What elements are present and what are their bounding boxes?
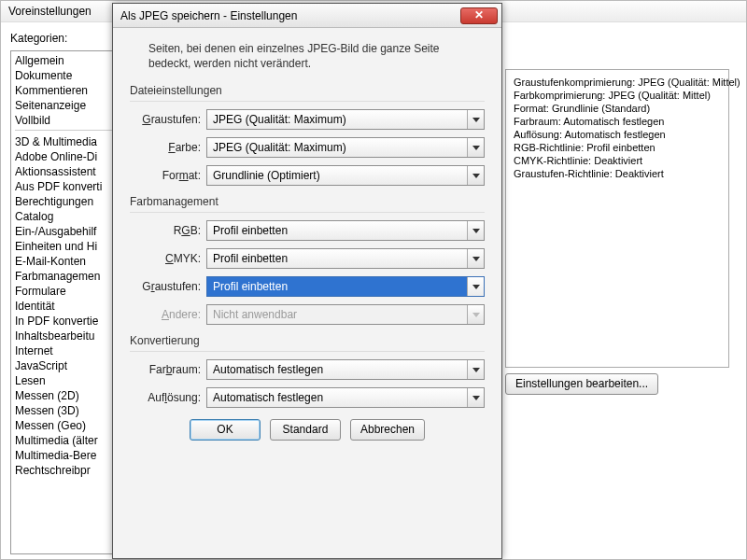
list-item[interactable]: Farbmanagemen bbox=[11, 269, 125, 284]
summary-line: Graustufen-Richtlinie: Deaktiviert bbox=[514, 167, 721, 180]
graustufen2-combo[interactable]: Profil einbetten bbox=[206, 276, 485, 297]
summary-line: Farbraum: Automatisch festlegen bbox=[514, 115, 721, 128]
list-item[interactable]: Seitenanzeige bbox=[11, 98, 125, 113]
close-icon: ✕ bbox=[474, 8, 484, 21]
summary-line: Farbkomprimierung: JPEG (Qualität: Mitte… bbox=[514, 89, 721, 102]
andere-combo: Nicht anwendbar bbox=[206, 304, 485, 325]
list-item[interactable]: Multimedia (älter bbox=[11, 433, 125, 448]
categories-label: Kategorien: bbox=[10, 32, 126, 45]
list-item[interactable]: In PDF konvertie bbox=[11, 314, 125, 329]
list-item[interactable]: Internet bbox=[11, 343, 125, 358]
list-item[interactable]: Multimedia-Bere bbox=[11, 448, 125, 463]
list-item[interactable]: Messen (3D) bbox=[11, 403, 125, 418]
list-item[interactable]: Allgemein bbox=[11, 53, 125, 68]
summary-line: CMYK-Richtlinie: Deaktiviert bbox=[514, 154, 721, 167]
cmyk-combo[interactable]: Profil einbetten bbox=[206, 248, 485, 269]
jpeg-settings-dialog: Als JPEG speichern - Einstellungen ✕ Sei… bbox=[112, 3, 502, 559]
color-management-title: Farbmanagement bbox=[130, 195, 485, 208]
cancel-button[interactable]: Abbrechen bbox=[350, 419, 425, 441]
list-item[interactable]: Inhaltsbearbeitu bbox=[11, 329, 125, 343]
farbraum-label: Farbraum: bbox=[130, 363, 206, 376]
summary-line: RGB-Richtlinie: Profil einbetten bbox=[514, 141, 721, 154]
list-item[interactable]: Dokumente bbox=[11, 68, 125, 83]
rgb-combo[interactable]: Profil einbetten bbox=[206, 220, 485, 241]
list-item[interactable]: Messen (Geo) bbox=[11, 418, 125, 433]
chevron-down-icon bbox=[467, 388, 484, 407]
list-item[interactable]: Rechtschreibpr bbox=[11, 463, 125, 478]
close-button[interactable]: ✕ bbox=[460, 7, 498, 24]
list-item[interactable]: Messen (2D) bbox=[11, 388, 125, 403]
list-item[interactable]: Identität bbox=[11, 299, 125, 314]
list-item[interactable]: Formulare bbox=[11, 284, 125, 299]
list-item[interactable]: 3D & Multimedia bbox=[11, 134, 125, 149]
summary-line: Format: Grundlinie (Standard) bbox=[514, 102, 721, 115]
chevron-down-icon bbox=[467, 277, 484, 296]
list-item[interactable]: Adobe Online-Di bbox=[11, 149, 125, 164]
list-item[interactable]: Aktionsassistent bbox=[11, 164, 125, 179]
format-combo[interactable]: Grundlinie (Optimiert) bbox=[206, 165, 485, 186]
graustufen-combo[interactable]: JPEG (Qualität: Maximum) bbox=[206, 109, 485, 130]
edit-settings-button[interactable]: Einstellungen bearbeiten... bbox=[505, 373, 658, 395]
farbe-label: Farbe: bbox=[130, 141, 206, 154]
list-item[interactable]: Berechtigungen bbox=[11, 194, 125, 209]
file-settings-title: Dateieinstellungen bbox=[130, 84, 485, 97]
chevron-down-icon bbox=[467, 249, 484, 268]
ok-button[interactable]: OK bbox=[190, 419, 261, 441]
dialog-button-row: OK Standard Abbrechen bbox=[130, 419, 485, 441]
list-item[interactable]: Ein-/Ausgabehilf bbox=[11, 224, 125, 239]
dialog-titlebar[interactable]: Als JPEG speichern - Einstellungen ✕ bbox=[113, 4, 501, 28]
rgb-label: RGB: bbox=[130, 224, 206, 237]
list-item[interactable]: Aus PDF konverti bbox=[11, 179, 125, 194]
list-item[interactable]: Kommentieren bbox=[11, 83, 125, 98]
chevron-down-icon bbox=[467, 138, 484, 157]
list-item[interactable]: Vollbild bbox=[11, 113, 125, 128]
list-item[interactable]: JavaScript bbox=[11, 358, 125, 373]
chevron-down-icon bbox=[467, 110, 484, 129]
color-management-group: Farbmanagement RGB: Profil einbetten CMY… bbox=[130, 195, 485, 325]
chevron-down-icon bbox=[467, 360, 484, 379]
graustufen-label: Graustufen: bbox=[130, 113, 206, 126]
cmyk-label: CMYK: bbox=[130, 252, 206, 265]
list-item[interactable]: E-Mail-Konten bbox=[11, 254, 125, 269]
summary-line: Auflösung: Automatisch festlegen bbox=[514, 128, 721, 141]
dialog-intro-text: Seiten, bei denen ein einzelnes JPEG-Bil… bbox=[148, 41, 466, 71]
list-separator bbox=[15, 130, 121, 133]
chevron-down-icon bbox=[467, 166, 484, 185]
chevron-down-icon bbox=[467, 221, 484, 240]
andere-label: Andere: bbox=[130, 308, 206, 321]
standard-button[interactable]: Standard bbox=[270, 419, 341, 441]
dialog-title: Als JPEG speichern - Einstellungen bbox=[120, 9, 460, 22]
settings-summary-box: Graustufenkomprimierung: JPEG (Qualität:… bbox=[505, 69, 729, 368]
graustufen2-label: Graustufen: bbox=[130, 280, 206, 293]
format-label: Format: bbox=[130, 169, 206, 182]
aufloesung-label: Auflösung: bbox=[130, 391, 206, 404]
farbe-combo[interactable]: JPEG (Qualität: Maximum) bbox=[206, 137, 485, 158]
conversion-group: Konvertierung Farbraum: Automatisch fest… bbox=[130, 334, 485, 408]
list-item[interactable]: Einheiten und Hi bbox=[11, 239, 125, 254]
list-item[interactable]: Catalog bbox=[11, 209, 125, 224]
farbraum-combo[interactable]: Automatisch festlegen bbox=[206, 359, 485, 380]
aufloesung-combo[interactable]: Automatisch festlegen bbox=[206, 387, 485, 408]
list-item[interactable]: Lesen bbox=[11, 373, 125, 388]
conversion-title: Konvertierung bbox=[130, 334, 485, 347]
chevron-down-icon bbox=[467, 305, 484, 324]
file-settings-group: Dateieinstellungen Graustufen: JPEG (Qua… bbox=[130, 84, 485, 186]
categories-list[interactable]: Allgemein Dokumente Kommentieren Seitena… bbox=[10, 50, 126, 554]
summary-line: Graustufenkomprimierung: JPEG (Qualität:… bbox=[514, 76, 721, 89]
